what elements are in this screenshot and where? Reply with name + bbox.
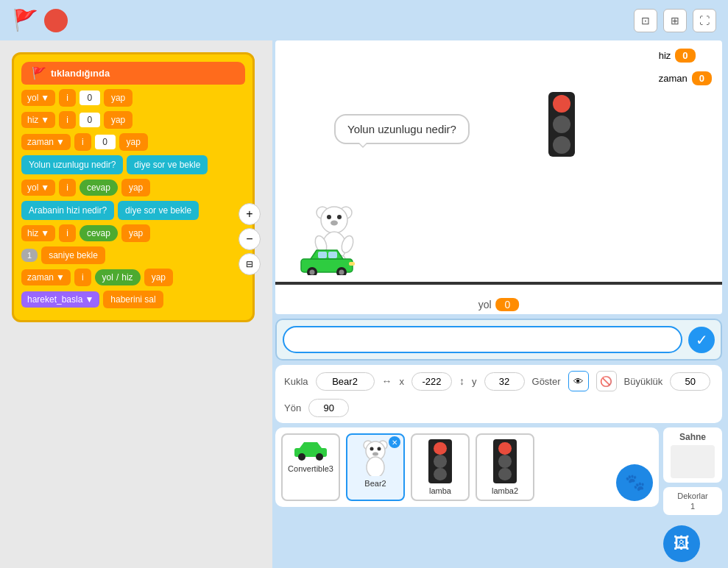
broadcast-block[interactable]: hareket_basla ▼ haberini sal: [21, 291, 245, 308]
playback-controls: 🚩: [12, 7, 68, 34]
buyukluk-label: Büyüklük: [624, 376, 663, 387]
add-background-button[interactable]: 🖼: [663, 525, 700, 562]
sprite-thumb-lamba[interactable]: lamba: [411, 433, 470, 501]
x-label: x: [400, 376, 405, 387]
lamba2-yellow: [498, 455, 512, 467]
y-arrow-icon: ↕: [459, 375, 464, 387]
hat-label: tıklandığında: [51, 68, 110, 79]
add-sprite-area: 🐾: [616, 433, 653, 501]
yol-dropdown[interactable]: yol ▼: [21, 90, 55, 106]
svg-point-20: [298, 453, 305, 461]
broadcast-label: haberini sal: [103, 291, 163, 308]
ask1-text[interactable]: Yolun uzunlugu nedir?: [21, 155, 123, 174]
zaman-dropdown-2[interactable]: zaman ▼: [21, 269, 71, 285]
ask1-btn[interactable]: diye sor ve bekle: [127, 155, 208, 174]
val-input-2[interactable]: 0: [79, 113, 100, 127]
set-zaman-block[interactable]: zaman ▼ i 0 yap: [21, 133, 245, 151]
svg-point-25: [370, 447, 374, 451]
broadcast-dropdown[interactable]: hareket_basla ▼: [21, 291, 99, 308]
lamba-yellow: [434, 455, 447, 467]
add-sprite-button[interactable]: 🐾: [616, 464, 653, 501]
stage-side-panel: Sahne Dekorlar 1 🖼: [663, 427, 722, 562]
sprite-thumb-lamba2[interactable]: lamba2: [476, 433, 534, 501]
lamba2-green: [498, 468, 512, 480]
i-label-4: i: [59, 179, 76, 196]
sahne-thumb[interactable]: [671, 445, 715, 478]
set-yol-block[interactable]: yol ▼ i 0 yap: [21, 89, 245, 107]
fullscreen-button[interactable]: ⛶: [693, 9, 716, 32]
stage-hud: hiz 0 zaman 0: [654, 46, 716, 88]
right-panel: hiz 0 zaman 0 Yolun uzunlugu nedir?: [272, 40, 728, 568]
zaman-dropdown[interactable]: zaman ▼: [21, 134, 71, 150]
run-button[interactable]: 🚩: [12, 7, 38, 34]
code-panel: 🚩 tıklandığında yol ▼ i 0 yap hiz: [0, 40, 272, 568]
ask2-btn[interactable]: diye sor ve bekle: [118, 201, 199, 220]
x-arrow-icon: ↔: [382, 375, 392, 387]
goster-label: Göster: [532, 376, 561, 387]
set-zaman-formula-block[interactable]: zaman ▼ i yol / hiz yap: [21, 269, 245, 286]
view-icon-2[interactable]: ⊞: [663, 9, 687, 32]
hiz-hud: hiz 0: [654, 46, 716, 65]
yap-label-3: yap: [119, 133, 148, 151]
yon-input[interactable]: [308, 399, 349, 417]
view-icon-1[interactable]: ⊡: [634, 9, 657, 32]
svg-point-15: [310, 270, 315, 275]
set-hiz-block[interactable]: hiz ▼ i 0 yap: [21, 111, 245, 129]
zoom-out-button[interactable]: −: [238, 228, 261, 250]
set-yol-cevap-block[interactable]: yol ▼ i cevap yap: [21, 179, 245, 196]
sprite-name-input[interactable]: [316, 372, 375, 391]
i-label-1: i: [59, 89, 76, 107]
yol-indicator: yol 0: [468, 295, 530, 314]
zaman-hud-value: 0: [692, 71, 712, 85]
sprite-tray-main: Convertible3 ✕: [275, 427, 659, 562]
yap-label-4: yap: [121, 179, 150, 196]
sprite-label-convertible3: Convertible3: [288, 464, 333, 473]
car-sprite: [297, 246, 356, 282]
svg-point-3: [327, 215, 331, 219]
stop-button[interactable]: [44, 9, 68, 32]
wait-block[interactable]: 1 saniye bekle: [21, 246, 245, 264]
svg-rect-18: [349, 262, 355, 266]
svg-point-26: [378, 447, 381, 451]
sprite-tray: Convertible3 ✕: [275, 427, 659, 507]
svg-rect-12: [318, 252, 327, 258]
ask2-text[interactable]: Arabanin hizi nedir?: [21, 201, 114, 220]
answer-input[interactable]: [283, 326, 682, 353]
zoom-in-button[interactable]: +: [238, 203, 261, 225]
sprite-controls: Kukla ↔ x ↕ y Göster 👁 🚫 Büyüklük Yön: [275, 365, 722, 423]
sprite-thumb-bear2[interactable]: ✕ Bear2: [346, 433, 405, 501]
tl-yellow-light: [553, 116, 570, 133]
ask2-block[interactable]: Arabanin hizi nedir? diye sor ve bekle: [21, 201, 245, 220]
hide-button[interactable]: 🚫: [596, 371, 617, 391]
i-label-3: i: [74, 133, 91, 151]
i-label-2: i: [59, 111, 76, 129]
reset-zoom-button[interactable]: ⊟: [238, 253, 261, 275]
hiz-dropdown-2[interactable]: hiz ▼: [21, 225, 55, 241]
cevap-oval-2: cevap: [79, 225, 118, 241]
event-hat-block[interactable]: 🚩 tıklandığında: [21, 62, 245, 85]
wait-num[interactable]: 1: [21, 249, 38, 262]
speech-bubble: Yolun uzunlugu nedir?: [334, 114, 470, 144]
sprite-thumb-convertible3[interactable]: Convertible3: [281, 433, 340, 501]
y-label: y: [472, 376, 477, 387]
y-input[interactable]: [484, 372, 525, 391]
svg-rect-13: [328, 252, 337, 258]
set-hiz-cevap-block[interactable]: hiz ▼ i cevap yap: [21, 224, 245, 242]
sprite-close-bear2[interactable]: ✕: [389, 436, 400, 448]
ask1-block[interactable]: Yolun uzunlugu nedir? diye sor ve bekle: [21, 155, 245, 174]
val-input-3[interactable]: 0: [95, 135, 116, 149]
hiz-dropdown[interactable]: hiz ▼: [21, 112, 55, 128]
svg-point-28: [367, 457, 384, 476]
x-input[interactable]: [411, 372, 452, 391]
yol-dropdown-2[interactable]: yol ▼: [21, 180, 55, 196]
zaman-hud: zaman 0: [654, 69, 716, 88]
sprite-label-lamba: lamba: [429, 486, 451, 495]
val-input-1[interactable]: 0: [79, 90, 100, 105]
answer-bar: ✓: [275, 319, 722, 361]
yap-label-5: yap: [121, 224, 150, 242]
svg-point-5: [331, 221, 338, 226]
show-button[interactable]: 👁: [568, 371, 589, 391]
top-bar: 🚩 ⊡ ⊞ ⛶: [0, 0, 728, 40]
answer-submit-button[interactable]: ✓: [688, 327, 715, 353]
buyukluk-input[interactable]: [670, 372, 710, 391]
